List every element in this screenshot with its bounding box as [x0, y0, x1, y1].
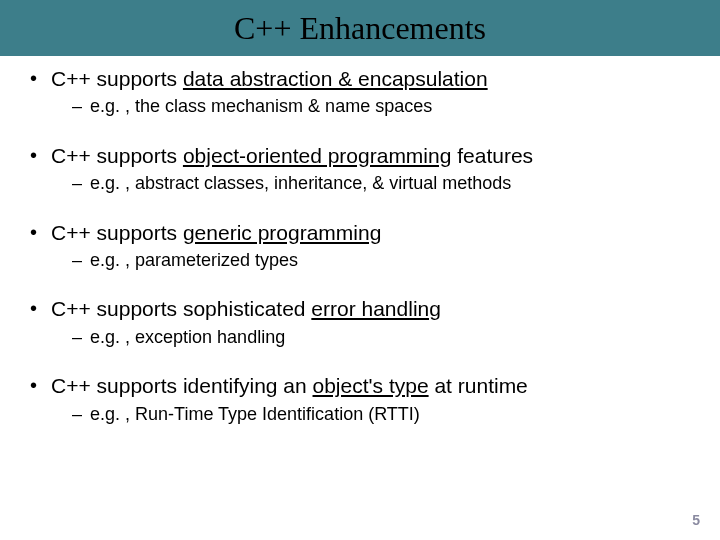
sub-dash-icon: – — [72, 403, 82, 426]
slide-header: C++ Enhancements — [0, 0, 720, 56]
bullet-text-underline: data abstraction & encapsulation — [183, 67, 488, 90]
bullet-item: • C++ supports generic programming — [28, 218, 692, 247]
sub-dash-icon: – — [72, 172, 82, 195]
sub-text: e.g. , the class mechanism & name spaces — [90, 95, 432, 118]
bullet-text-pre: C++ supports identifying an — [51, 374, 313, 397]
sub-text: e.g. , parameterized types — [90, 249, 298, 272]
sub-item: – e.g. , the class mechanism & name spac… — [72, 95, 692, 118]
bullet-text-post: features — [451, 144, 533, 167]
bullet-text-post: at runtime — [429, 374, 528, 397]
bullet-text-underline: generic programming — [183, 221, 381, 244]
bullet-item: • C++ supports data abstraction & encaps… — [28, 64, 692, 93]
bullet-text: C++ supports data abstraction & encapsul… — [51, 64, 488, 93]
bullet-item: • C++ supports sophisticated error handl… — [28, 294, 692, 323]
bullet-text-underline: error handling — [311, 297, 441, 320]
sub-text: e.g. , Run-Time Type Identification (RTT… — [90, 403, 420, 426]
bullet-text-pre: C++ supports — [51, 144, 183, 167]
bullet-text: C++ supports object-oriented programming… — [51, 141, 533, 170]
slide-title: C++ Enhancements — [234, 10, 486, 47]
bullet-text-pre: C++ supports sophisticated — [51, 297, 311, 320]
bullet-text-pre: C++ supports — [51, 221, 183, 244]
bullet-text: C++ supports sophisticated error handlin… — [51, 294, 441, 323]
bullet-text-underline: object's type — [313, 374, 429, 397]
sub-text: e.g. , abstract classes, inheritance, & … — [90, 172, 511, 195]
sub-item: – e.g. , Run-Time Type Identification (R… — [72, 403, 692, 426]
bullet-item: • C++ supports object-oriented programmi… — [28, 141, 692, 170]
sub-text: e.g. , exception handling — [90, 326, 285, 349]
slide-content: • C++ supports data abstraction & encaps… — [0, 56, 720, 426]
bullet-dot-icon: • — [30, 218, 37, 247]
page-number: 5 — [692, 512, 700, 528]
bullet-text-pre: C++ supports — [51, 67, 183, 90]
sub-item: – e.g. , abstract classes, inheritance, … — [72, 172, 692, 195]
sub-item: – e.g. , parameterized types — [72, 249, 692, 272]
sub-dash-icon: – — [72, 95, 82, 118]
bullet-dot-icon: • — [30, 64, 37, 93]
bullet-text-underline: object-oriented programming — [183, 144, 451, 167]
bullet-dot-icon: • — [30, 294, 37, 323]
bullet-text: C++ supports generic programming — [51, 218, 381, 247]
sub-dash-icon: – — [72, 326, 82, 349]
sub-item: – e.g. , exception handling — [72, 326, 692, 349]
bullet-text: C++ supports identifying an object's typ… — [51, 371, 528, 400]
bullet-item: • C++ supports identifying an object's t… — [28, 371, 692, 400]
bullet-dot-icon: • — [30, 371, 37, 400]
bullet-dot-icon: • — [30, 141, 37, 170]
sub-dash-icon: – — [72, 249, 82, 272]
